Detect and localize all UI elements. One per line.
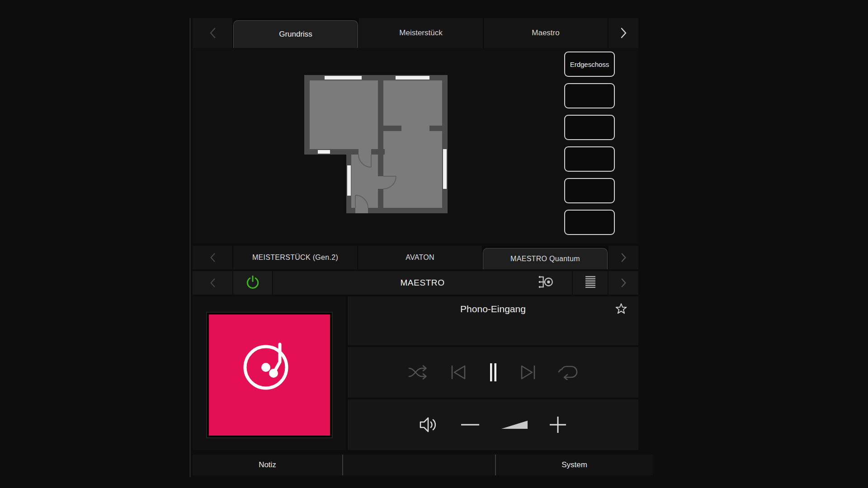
queue-list-icon (585, 275, 596, 291)
notiz-button[interactable]: Notiz (193, 455, 342, 475)
chevron-left-icon (210, 278, 216, 288)
power-button[interactable] (233, 271, 272, 295)
tab-label: Grundriss (279, 30, 312, 39)
source-select-icon[interactable] (538, 275, 554, 291)
app-window: Grundriss Meisterstück Maestro (0, 0, 868, 488)
device-tab-bar: MEISTERSTÜCK (Gen.2) AVATON MAESTRO Quan… (193, 246, 638, 269)
now-playing-row: Phono-Eingang (348, 296, 638, 345)
device-tab-label: AVATON (406, 253, 434, 262)
room-name: MAESTRO (400, 278, 444, 288)
device-tab-label: MAESTRO Quantum (510, 255, 580, 263)
chevron-right-icon (620, 27, 627, 39)
chevron-left-icon (210, 253, 216, 263)
tab-maestro[interactable]: Maestro (484, 18, 608, 48)
player-controls-column: Phono-Eingang (348, 296, 638, 450)
bottom-bar: Notiz System (193, 455, 653, 475)
pause-icon[interactable] (488, 363, 499, 382)
album-art (207, 313, 332, 437)
album-art-panel (193, 296, 346, 450)
device-tab-avaton[interactable]: AVATON (358, 246, 482, 269)
repeat-icon[interactable] (557, 365, 578, 380)
tab-label: Meisterstück (399, 28, 442, 38)
chevron-left-icon (209, 27, 216, 39)
player-content: Phono-Eingang (193, 296, 638, 450)
next-track-icon[interactable] (519, 364, 537, 380)
device-tab-label: MEISTERSTÜCK (Gen.2) (252, 253, 338, 262)
system-button[interactable]: System (495, 455, 653, 475)
device-tabs-prev-button[interactable] (193, 246, 232, 269)
speaker-icon (419, 416, 440, 433)
tab-grundriss[interactable]: Grundriss (233, 20, 358, 48)
floorplan-canvas: Erdgeschoss (193, 48, 638, 243)
favorite-star-icon[interactable] (615, 302, 627, 317)
view-tabs-next-button[interactable] (609, 18, 638, 48)
volume-controls (348, 399, 638, 450)
volume-down-button[interactable] (460, 417, 481, 433)
queue-list-button[interactable] (573, 271, 608, 295)
floor-button-3[interactable] (564, 115, 615, 140)
tab-label: Maestro (532, 28, 559, 38)
power-icon (245, 275, 260, 291)
device-tabs-next-button[interactable] (609, 246, 638, 269)
device-tab-meisterstueck-gen2[interactable]: MEISTERSTÜCK (Gen.2) (233, 246, 357, 269)
floorplan-panel: Grundriss Meisterstück Maestro (193, 18, 638, 243)
volume-level-icon[interactable] (500, 417, 528, 433)
floor-button-5[interactable] (564, 178, 615, 203)
source-name: Phono-Eingang (348, 296, 638, 314)
shuffle-icon[interactable] (408, 365, 429, 380)
device-tab-maestro-quantum[interactable]: MAESTRO Quantum (483, 248, 608, 269)
notiz-label: Notiz (259, 460, 276, 469)
player-title-bar: MAESTRO (193, 271, 638, 295)
floor-button-4[interactable] (564, 146, 615, 172)
previous-track-icon[interactable] (450, 364, 467, 380)
view-tabs-prev-button[interactable] (193, 18, 232, 48)
view-tab-bar: Grundriss Meisterstück Maestro (193, 18, 638, 48)
player-title-section: MAESTRO (273, 271, 572, 295)
room-next-button[interactable] (609, 271, 638, 295)
turntable-icon (211, 315, 328, 435)
left-edge-rail (189, 18, 191, 477)
audio-panel: MEISTERSTÜCK (Gen.2) AVATON MAESTRO Quan… (193, 246, 638, 450)
floor-selector: Erdgeschoss (564, 52, 615, 235)
volume-up-button[interactable] (548, 415, 567, 434)
chevron-right-icon (621, 253, 627, 263)
floor-button-erdgeschoss[interactable]: Erdgeschoss (564, 52, 615, 77)
floor-plan-drawing[interactable] (304, 75, 448, 215)
floor-button-6[interactable] (564, 210, 615, 235)
floor-button-2[interactable] (564, 83, 615, 108)
chevron-right-icon (621, 278, 627, 288)
tab-meisterstueck[interactable]: Meisterstück (359, 18, 483, 48)
bottom-middle-segment (342, 455, 495, 475)
room-prev-button[interactable] (193, 271, 232, 295)
system-label: System (561, 460, 587, 469)
floor-button-label: Erdgeschoss (570, 61, 609, 68)
transport-controls (348, 347, 638, 398)
